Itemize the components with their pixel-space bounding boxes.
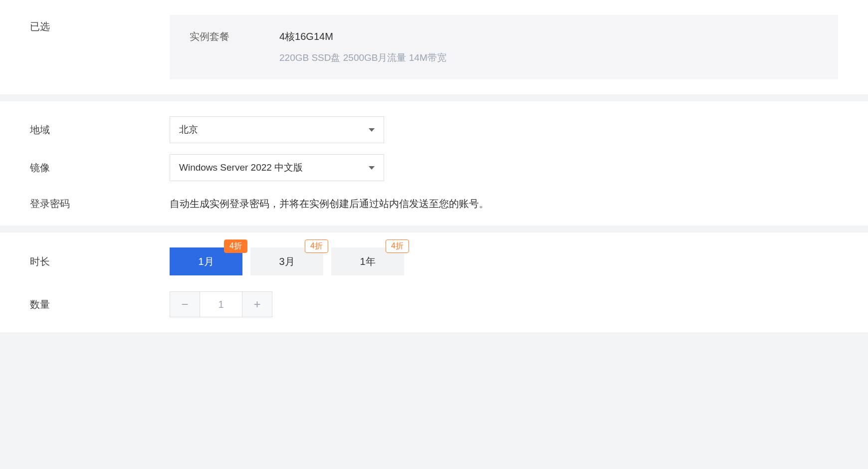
duration-option-label: 3月 xyxy=(279,255,294,268)
panel-config: 地域 北京 镜像 Windows Server 2022 中文版 登录密码 自动… xyxy=(0,101,868,226)
region-select[interactable]: 北京 xyxy=(170,116,384,143)
chevron-down-icon xyxy=(369,128,375,132)
discount-badge: 4折 xyxy=(224,239,247,253)
image-value: Windows Server 2022 中文版 xyxy=(179,161,303,174)
duration-option-label: 1月 xyxy=(198,255,214,268)
decrement-button[interactable]: − xyxy=(170,292,200,317)
quantity-stepper: − 1 + xyxy=(170,291,272,317)
duration-option-1m[interactable]: 1月 4折 xyxy=(170,247,242,275)
panel-selected: 已选 实例套餐 4核16G14M 220GB SSD盘 2500GB月流量 14… xyxy=(0,0,868,94)
quantity-value: 1 xyxy=(200,292,242,317)
duration-option-label: 1年 xyxy=(360,255,375,268)
label-quantity: 数量 xyxy=(30,298,170,311)
label-region: 地域 xyxy=(30,123,170,137)
region-value: 北京 xyxy=(179,123,198,136)
selected-sub: 220GB SSD盘 2500GB月流量 14M带宽 xyxy=(279,51,446,64)
selected-summary: 实例套餐 4核16G14M 220GB SSD盘 2500GB月流量 14M带宽 xyxy=(170,15,838,79)
chevron-down-icon xyxy=(369,166,375,170)
label-password: 登录密码 xyxy=(30,192,170,211)
image-select[interactable]: Windows Server 2022 中文版 xyxy=(170,154,384,181)
selected-key: 实例套餐 xyxy=(190,30,229,64)
duration-options: 1月 4折 3月 4折 1年 4折 xyxy=(170,247,838,275)
duration-option-1y[interactable]: 1年 4折 xyxy=(331,247,404,275)
discount-badge: 4折 xyxy=(305,239,328,253)
label-selected: 已选 xyxy=(30,15,170,33)
password-desc: 自动生成实例登录密码，并将在实例创建后通过站内信发送至您的账号。 xyxy=(170,192,838,211)
selected-value: 4核16G14M xyxy=(279,30,446,43)
panel-duration-qty: 时长 1月 4折 3月 4折 1年 4折 数量 − xyxy=(0,233,868,332)
duration-option-3m[interactable]: 3月 4折 xyxy=(250,247,323,275)
label-duration: 时长 xyxy=(30,255,170,268)
label-image: 镜像 xyxy=(30,161,170,175)
discount-badge: 4折 xyxy=(386,239,409,253)
increment-button[interactable]: + xyxy=(242,292,272,317)
